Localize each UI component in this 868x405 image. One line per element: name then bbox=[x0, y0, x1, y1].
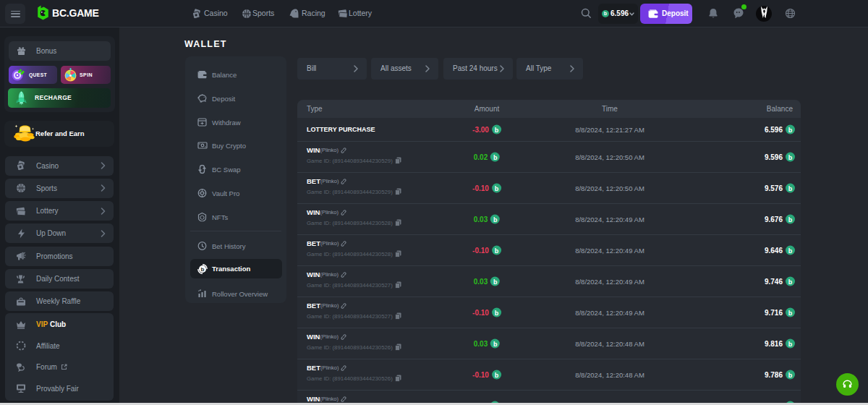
svg-text:b: b bbox=[201, 266, 205, 273]
